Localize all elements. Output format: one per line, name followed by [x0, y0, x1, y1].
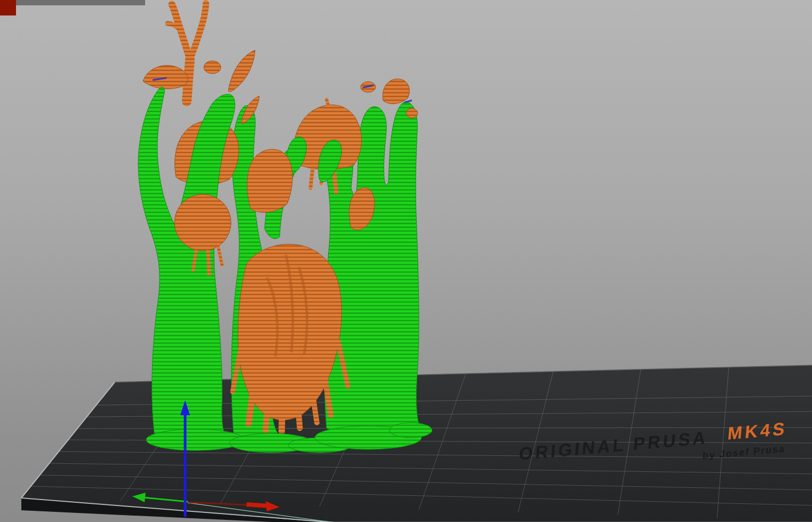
gcode-preview-model[interactable] [138, 3, 432, 453]
model-part-leaf1 [228, 50, 255, 92]
model-part-ball [174, 194, 231, 251]
model-part-right-blob2 [406, 108, 418, 118]
model-part-shell-center [247, 149, 292, 212]
model-part-bud [204, 61, 221, 74]
slicer-3d-viewport[interactable]: ORIGINAL PRUSA MK4S by Josef Prusa [0, 0, 812, 522]
model-part-cap [143, 65, 188, 89]
model-part-right-top [383, 79, 409, 104]
x-axis-arrow [246, 504, 269, 506]
